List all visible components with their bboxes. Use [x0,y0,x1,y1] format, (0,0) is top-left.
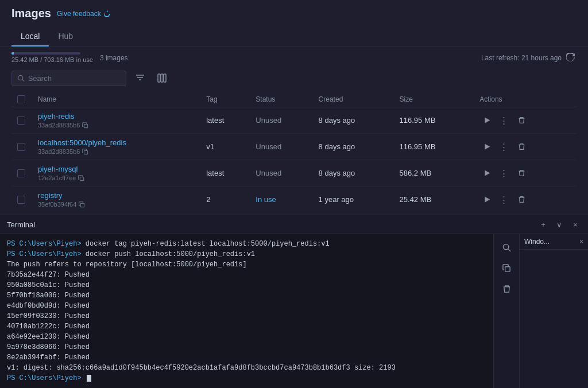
svg-line-17 [508,249,510,251]
filter-button[interactable] [132,70,148,86]
terminal-delete-icon [502,285,511,293]
row-size: 25.42 MB [394,187,474,209]
terminal-search-button[interactable] [498,239,515,256]
image-id: 35ef0b394f64 [38,201,195,208]
terminal-output[interactable]: PS C:\Users\Piyeh> docker tag piyeh-redi… [0,234,493,388]
tab-local[interactable]: Local [11,27,49,46]
toolbar [11,70,577,86]
more-button-0[interactable]: ⋮ [497,113,512,128]
terminal-delete-button[interactable] [498,280,515,297]
table-row: piyeh-redis 33ad2d8835b6 latest Unused 8… [11,107,577,134]
table-row: localhost:5000/piyeh_redis 33ad2d8835b6 … [11,134,577,160]
images-count: 3 images [100,54,128,62]
copy-id-icon[interactable] [78,175,84,181]
top-panel: Images Give feedback Local Hub [0,0,588,46]
image-name-link[interactable]: piyeh-mysql [38,165,78,173]
search-input[interactable] [28,74,120,83]
row-checkbox-0[interactable] [17,117,25,125]
terminal-chevron-button[interactable]: ∨ [554,219,565,230]
terminal-search-icon [502,243,511,252]
terminal-copy-button[interactable] [498,259,515,277]
terminal-command [82,374,86,382]
run-button-3[interactable] [479,192,494,207]
terminal-header: Terminal + ∨ × [0,215,588,234]
action-buttons: ⋮ [479,166,571,181]
terminal-prompt: PS C:\Users\Piyeh> [7,240,82,248]
run-icon [483,143,491,150]
svg-rect-14 [81,203,84,207]
feedback-icon [103,10,110,17]
image-id: 33ad2d8835b6 [38,122,195,129]
copy-id-icon[interactable] [82,149,88,155]
row-checkbox-2[interactable] [17,169,25,177]
terminal-line: e4dbf0bd0d9d: Pushed [7,301,486,311]
col-status: Status [250,92,312,107]
run-button-2[interactable] [479,166,494,181]
terminal-add-button[interactable]: + [537,219,549,230]
search-box[interactable] [11,71,126,86]
image-name-link[interactable]: piyeh-redis [38,112,75,121]
more-button-1[interactable]: ⋮ [497,139,512,154]
col-name: Name [32,92,200,107]
delete-icon [518,143,525,150]
run-button-0[interactable] [479,113,494,128]
terminal-line: 950a085c0a1c: Pushed [7,280,486,290]
window-panel-label: Windo... [524,238,550,246]
terminal-line: 9a978e3d8066: Pushed [7,342,486,352]
select-all-checkbox[interactable] [17,95,25,103]
more-icon: ⋮ [500,169,509,177]
terminal-line: PS C:\Users\Piyeh> docker push localhost… [7,249,486,259]
row-name-cell: piyeh-redis 33ad2d8835b6 [32,107,200,134]
terminal-line: 5f70bf18a006: Pushed [7,290,486,301]
columns-icon [157,73,167,83]
svg-rect-10 [84,150,88,154]
svg-line-1 [22,79,24,81]
more-icon: ⋮ [500,142,509,151]
row-name-cell: localhost:5000/piyeh_redis 33ad2d8835b6 [32,134,200,160]
delete-button-0[interactable] [514,113,529,128]
terminal-copy-icon [502,264,511,273]
row-checkbox-cell [11,160,32,187]
terminal-line: PS C:\Users\Piyeh> docker tag piyeh-redi… [7,239,486,249]
action-buttons: ⋮ [479,139,571,154]
image-name-link[interactable]: localhost:5000/piyeh_redis [38,138,126,147]
delete-button-2[interactable] [514,166,529,181]
columns-button[interactable] [154,70,170,86]
row-actions: ⋮ [474,134,577,160]
row-tag: v1 [200,134,250,160]
svg-point-16 [503,244,508,249]
copy-id-icon[interactable] [82,122,88,129]
window-panel-close-button[interactable]: × [579,238,583,246]
page-header: Images Give feedback [11,7,577,20]
row-checkbox-cell [11,187,32,209]
row-actions: ⋮ [474,107,577,134]
delete-button-3[interactable] [514,192,529,207]
svg-rect-12 [80,177,84,180]
run-button-1[interactable] [479,139,494,154]
usage-text: 25.42 MB / 703.16 MB in use [11,56,93,63]
table-row: piyeh-mysql 12e2a1cff7ee latest Unused 8… [11,160,577,187]
row-checkbox-cell [11,134,32,160]
table-container: Name Tag Status Created Size Actions piy… [11,92,577,209]
refresh-button[interactable] [566,53,577,63]
delete-button-1[interactable] [514,139,529,154]
row-checkbox-3[interactable] [17,196,25,204]
feedback-link[interactable]: Give feedback [57,10,110,18]
terminal-line: v1: digest: sha256:c66a9ad1d0f945bb4ec4f… [7,363,486,373]
terminal-line: 15ef09f03230: Pushed [7,311,486,321]
terminal-command: docker tag piyeh-redis:latest localhost:… [82,240,330,248]
tab-hub[interactable]: Hub [49,27,82,46]
search-icon [18,75,25,82]
image-name-link[interactable]: registry [38,191,63,200]
copy-id-icon[interactable] [79,201,85,208]
terminal-close-button[interactable]: × [570,219,581,230]
row-checkbox-1[interactable] [17,143,25,151]
last-refresh-text: Last refresh: 21 hours ago [481,54,562,62]
delete-icon [518,196,525,203]
more-button-3[interactable]: ⋮ [497,192,512,207]
run-icon [483,169,491,177]
svg-marker-13 [485,170,490,176]
usage-bar-container [11,52,80,55]
more-button-2[interactable]: ⋮ [497,166,512,181]
row-size: 116.95 MB [394,107,474,134]
